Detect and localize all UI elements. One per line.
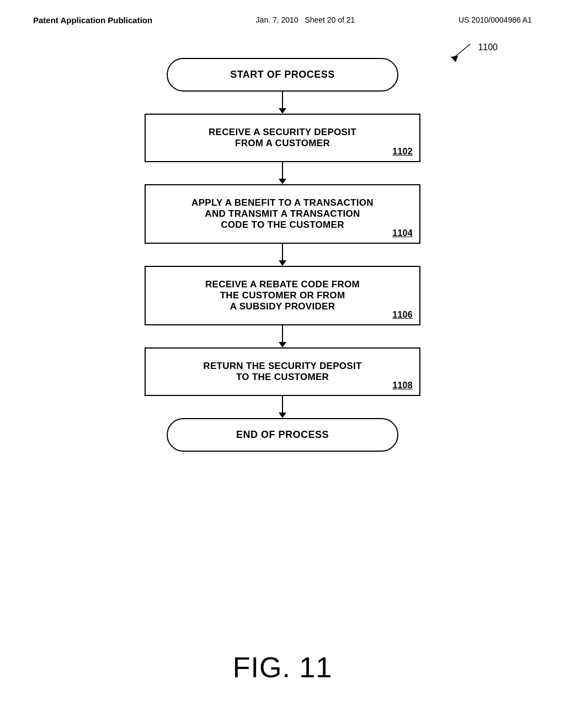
- step-box-1108: RETURN THE SECURITY DEPOSITTO THE CUSTOM…: [145, 347, 420, 396]
- arrow-line-4: [282, 325, 283, 342]
- arrow-line-1: [282, 92, 283, 108]
- step-text-1102: RECEIVE A SECURITY DEPOSITFROM A CUSTOME…: [209, 127, 356, 148]
- arrow-head-1: [279, 108, 286, 114]
- ref-label-1100: 1100: [478, 42, 498, 52]
- step-box-1106: RECEIVE A REBATE CODE FROMTHE CUSTOMER O…: [145, 266, 420, 325]
- step-box-1102: RECEIVE A SECURITY DEPOSITFROM A CUSTOME…: [145, 114, 420, 162]
- arrow-1: [279, 92, 286, 114]
- step-box-1104: APPLY A BENEFIT TO A TRANSACTIONAND TRAN…: [145, 184, 420, 244]
- step-number-1104: 1104: [392, 228, 413, 238]
- flow-container: START OF PROCESS RECEIVE A SECURITY DEPO…: [139, 58, 426, 452]
- header-date: Jan. 7, 2010: [256, 15, 299, 24]
- arrow-head-3: [279, 260, 286, 266]
- figure-caption: FIG. 11: [233, 651, 332, 684]
- header-patent-number: US 2010/0004986 A1: [459, 15, 532, 24]
- start-label: START OF PROCESS: [230, 69, 335, 80]
- step-text-1104: APPLY A BENEFIT TO A TRANSACTIONAND TRAN…: [191, 197, 374, 230]
- header-sheet: Sheet 20 of 21: [305, 15, 355, 24]
- end-label: END OF PROCESS: [236, 429, 329, 440]
- step-text-1106: RECEIVE A REBATE CODE FROMTHE CUSTOMER O…: [205, 279, 360, 312]
- arrow-3: [279, 244, 286, 266]
- arrow-line-2: [282, 162, 283, 179]
- svg-marker-1: [451, 56, 458, 62]
- svg-line-0: [454, 44, 470, 58]
- arrow-4: [279, 325, 286, 347]
- ref-arrow-icon: [443, 41, 476, 63]
- step-text-1108: RETURN THE SECURITY DEPOSITTO THE CUSTOM…: [203, 361, 361, 382]
- arrow-line-5: [282, 396, 283, 413]
- page-header: Patent Application Publication Jan. 7, 2…: [0, 0, 565, 25]
- arrow-head-5: [279, 413, 286, 418]
- step-number-1102: 1102: [392, 147, 413, 157]
- end-box: END OF PROCESS: [167, 418, 398, 452]
- header-date-sheet: Jan. 7, 2010 Sheet 20 of 21: [256, 15, 355, 24]
- arrow-5: [279, 396, 286, 418]
- step-number-1106: 1106: [392, 310, 413, 320]
- header-publication-label: Patent Application Publication: [33, 15, 152, 25]
- start-box: START OF PROCESS: [167, 58, 398, 92]
- arrow-line-3: [282, 244, 283, 260]
- arrow-2: [279, 162, 286, 184]
- arrow-head-4: [279, 342, 286, 347]
- step-number-1108: 1108: [392, 381, 413, 390]
- flowchart-diagram: 1100 START OF PROCESS RECEIVE A SECURITY…: [0, 58, 565, 452]
- arrow-head-2: [279, 179, 286, 184]
